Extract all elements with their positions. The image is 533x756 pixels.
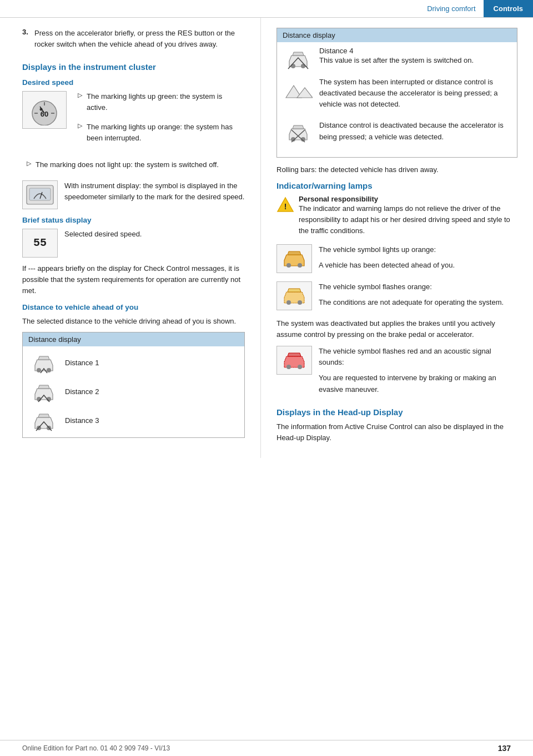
vehicle-flash-orange-text-block: The vehicle symbol flashes orange: The c… [319, 281, 504, 313]
car-icon-4 [284, 48, 313, 70]
bullet-green: ▷ The marking lights up green: the syste… [78, 91, 245, 118]
step-3-number: 3. [22, 28, 34, 54]
distance-deactivated-icon [283, 120, 314, 144]
distance-1-row: Distance 1 [28, 351, 239, 375]
step-3-text: Press on the accelerator briefly, or pre… [34, 28, 245, 50]
vehicle-flash-orange-icon [276, 281, 312, 310]
distance-3-icon [28, 409, 59, 433]
distance-2-label: Distance 2 [65, 387, 99, 396]
speedometer-image: 60 [22, 91, 67, 129]
svg-text:60: 60 [41, 110, 48, 118]
brief-status-icon: 55 [22, 229, 58, 258]
personal-resp-label: Personal responsibility [299, 195, 378, 203]
vehicle-flash-red-icon [276, 346, 312, 375]
distance-2-icon [28, 380, 59, 404]
svg-point-11 [47, 368, 51, 372]
svg-text:!: ! [284, 202, 287, 211]
personal-resp-text: The indicator and warning lamps do not r… [299, 203, 517, 236]
distance-display-right: Distance display Distance 4 [276, 28, 517, 158]
svg-point-29 [298, 365, 302, 369]
head-up-display-heading: Displays in the Head-up Display [276, 407, 517, 417]
page-header: Driving comfort Controls [0, 0, 533, 18]
distance-display-label-right: Distance display [277, 28, 517, 42]
distance-1-label: Distance 1 [65, 359, 99, 367]
brief-status-text: Selected desired speed. [64, 229, 142, 240]
vehicle-orange-icon [276, 244, 312, 273]
distance-display-left: Distance display [22, 332, 245, 438]
vehicle-symbol-flash-red-text: The vehicle symbol flashes red and an ac… [319, 346, 517, 368]
speedometer-svg: 60 [27, 94, 62, 125]
system-interrupted-icon [283, 77, 314, 101]
vehicle-orange-row: The vehicle symbol lights up orange: A v… [276, 244, 517, 275]
distance-vehicle-text: The selected distance to the vehicle dri… [22, 316, 245, 327]
rolling-bars-text: Rolling bars: the detected vehicle has d… [276, 164, 517, 175]
mountain-icon-interrupted [284, 78, 313, 100]
personal-resp-row: ! Personal responsibility The indicator … [276, 195, 517, 241]
bullet-orange-text: The marking lights up orange: the system… [87, 122, 245, 144]
conditions-not-adequate-text: The conditions are not adequate for oper… [319, 297, 504, 308]
distance-deactivated-row: Distance control is deactivated because … [283, 120, 511, 147]
left-column: 3. Press on the accelerator briefly, or … [0, 18, 261, 458]
brief-status-value: 55 [33, 236, 47, 249]
main-content: 3. Press on the accelerator briefly, or … [0, 18, 533, 458]
car-flash-red-svg [280, 350, 309, 371]
svg-point-25 [298, 263, 302, 268]
vehicle-symbol-flash-orange-text: The vehicle symbol flashes orange: [319, 281, 504, 293]
system-interrupted-text: The system has been interrupted or dista… [319, 77, 511, 110]
intervene-text: You are requested to intervene by brakin… [319, 372, 517, 395]
footer-edition-text: Online Edition for Part no. 01 40 2 909 … [22, 744, 170, 752]
warning-icon: ! [276, 196, 294, 214]
distance-2-row: Distance 2 [28, 380, 239, 404]
bullet-off-text: The marking does not light up: the syste… [36, 159, 219, 170]
desired-speed-bullets: ▷ The marking lights up green: the syste… [73, 91, 245, 152]
displays-instrument-cluster-heading: Displays in the instrument cluster [22, 62, 245, 72]
distance-display-body-right: Distance 4 This value is set after the s… [277, 42, 517, 157]
brief-status-heading: Brief status display [22, 216, 245, 224]
vehicle-flash-red-row: The vehicle symbol flashes red and an ac… [276, 346, 517, 400]
distance-3-label: Distance 3 [65, 416, 99, 425]
desired-speed-heading: Desired speed [22, 78, 245, 87]
car-icon-3 [29, 410, 58, 432]
distance-1-icon [28, 351, 59, 375]
desired-speed-row: 60 ▷ The marking lights up green: the sy… [22, 91, 245, 152]
distance-4-desc: This value is set after the system is sw… [319, 55, 474, 66]
warning-triangle-svg: ! [276, 196, 294, 214]
distance-display-label-left: Distance display [23, 332, 244, 346]
vehicle-flash-orange-row: The vehicle symbol flashes orange: The c… [276, 281, 517, 313]
page-number: 137 [498, 744, 511, 753]
distance-deactivated-text: Distance control is deactivated because … [319, 120, 511, 142]
check-control-text: If --- appears briefly on the display fo… [22, 263, 245, 296]
bullet-green-text: The marking lights up green: the system … [87, 91, 245, 113]
distance-4-label: Distance 4 [319, 47, 474, 55]
vehicle-detected-text: A vehicle has been detected ahead of you… [319, 260, 455, 271]
svg-point-24 [286, 263, 291, 268]
vehicle-orange-text-block: The vehicle symbol lights up orange: A v… [319, 244, 455, 275]
distance-4-icon [283, 47, 314, 71]
car-icon-1 [29, 352, 58, 374]
car-deactivated-svg [284, 121, 313, 143]
car-flash-orange-svg [280, 285, 309, 306]
instrument-display-row: With instrument display: the symbol is d… [22, 180, 245, 209]
svg-point-28 [286, 365, 291, 369]
cruise-display-svg [26, 183, 54, 206]
svg-point-27 [298, 300, 302, 305]
right-column: Distance display Distance 4 [261, 18, 533, 458]
header-controls: Controls [484, 0, 533, 17]
instrument-display-text: With instrument display: the symbol is d… [64, 180, 245, 203]
car-orange-svg [280, 248, 309, 269]
header-driving-comfort: Driving comfort [419, 4, 483, 13]
personal-resp-content: Personal responsibility The indicator an… [299, 195, 517, 241]
svg-point-10 [37, 368, 41, 372]
indicator-warning-heading: Indicator/warning lamps [276, 181, 517, 190]
distance-4-text-block: Distance 4 This value is set after the s… [319, 47, 474, 70]
distance-display-body-left: Distance 1 Distance 2 [23, 346, 244, 437]
brief-status-row: 55 Selected desired speed. [22, 229, 245, 258]
distance-3-row: Distance 3 [28, 409, 239, 433]
svg-point-26 [286, 300, 291, 305]
bullet-orange: ▷ The marking lights up orange: the syst… [78, 122, 245, 148]
distance-vehicle-heading: Distance to vehicle ahead of you [22, 303, 245, 311]
car-icon-2 [29, 381, 58, 403]
system-interrupted-row: The system has been interrupted or dista… [283, 77, 511, 114]
distance-4-row: Distance 4 This value is set after the s… [283, 47, 511, 71]
head-up-display-text: The information from Active Cruise Contr… [276, 421, 517, 443]
